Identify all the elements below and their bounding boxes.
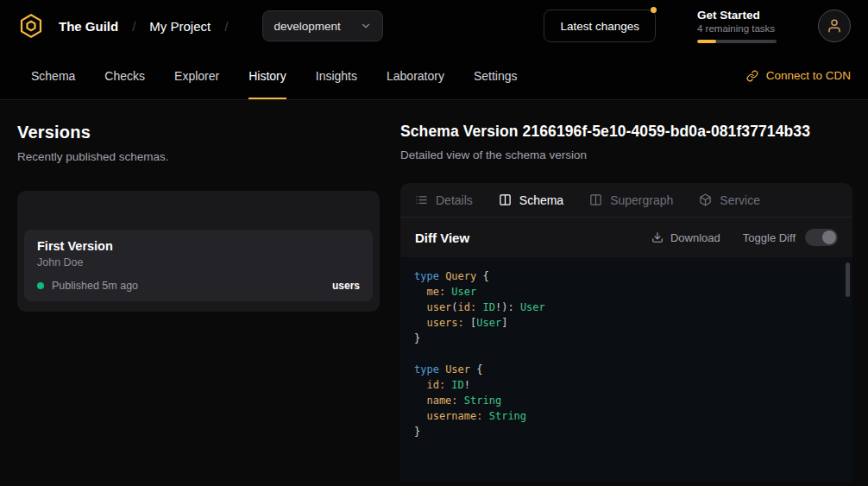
nav-tab-settings[interactable]: Settings (474, 52, 518, 99)
columns-icon (589, 193, 602, 206)
notification-dot (651, 7, 657, 13)
link-icon (746, 70, 758, 82)
breadcrumb-org[interactable]: The Guild (59, 19, 118, 34)
user-icon (827, 18, 842, 34)
get-started-progressbar (697, 40, 777, 43)
detail-tab-label: Schema (519, 193, 563, 207)
download-button[interactable]: Download (651, 231, 720, 244)
nav-tab-insights[interactable]: Insights (316, 52, 357, 99)
versions-title: Versions (17, 123, 380, 142)
connect-cdn-label: Connect to CDN (766, 69, 851, 82)
versions-card: First Version John Doe Published 5m ago … (17, 191, 380, 312)
target-selector[interactable]: development (262, 10, 382, 41)
get-started-subtitle: 4 remaining tasks (697, 23, 777, 34)
hive-logo-icon[interactable] (17, 12, 45, 40)
nav-tab-laboratory[interactable]: Laboratory (387, 52, 444, 99)
version-detail-column: Schema Version 2166196f-5e10-4059-bd0a-0… (400, 123, 852, 483)
detail-tab-label: Details (436, 193, 473, 207)
nav-tab-history[interactable]: History (248, 52, 286, 99)
breadcrumb-project[interactable]: My Project (149, 19, 211, 34)
diff-toolbar: Diff View Download Toggle Diff (400, 218, 852, 257)
detail-tabbar: Details Schema Supergraph (400, 183, 852, 218)
box-icon (699, 193, 712, 206)
app-root: The Guild / My Project / development Lat… (0, 0, 868, 486)
main-content: Versions Recently published schemas. Fir… (0, 100, 868, 483)
get-started-title: Get Started (697, 9, 777, 22)
nav-tab-explorer[interactable]: Explorer (174, 52, 219, 99)
get-started-progress-fill (697, 40, 716, 43)
toggle-knob (822, 230, 836, 244)
published-status-dot (37, 282, 44, 289)
nav-tab-schema[interactable]: Schema (31, 52, 75, 99)
header: The Guild / My Project / development Lat… (0, 0, 868, 52)
diff-view-title: Diff View (415, 230, 469, 245)
detail-tab-service[interactable]: Service (699, 193, 760, 207)
nav-tab-checks[interactable]: Checks (104, 52, 145, 99)
main-nav: Schema Checks Explorer History Insights … (0, 52, 868, 100)
user-avatar[interactable] (818, 9, 851, 42)
version-author: John Doe (37, 256, 360, 268)
download-label: Download (670, 231, 720, 244)
connect-cdn-button[interactable]: Connect to CDN (746, 52, 851, 99)
download-icon (651, 231, 664, 243)
version-service-badge: users (332, 280, 360, 292)
version-detail-panel: Details Schema Supergraph (400, 183, 852, 483)
toggle-diff-label: Toggle Diff (743, 231, 796, 244)
get-started-widget[interactable]: Get Started 4 remaining tasks (697, 9, 777, 43)
toggle-diff-switch[interactable] (805, 229, 838, 246)
target-selector-value: development (274, 20, 340, 33)
scrollbar-thumb[interactable] (846, 262, 850, 297)
version-status: Published 5m ago (52, 280, 138, 292)
detail-tab-supergraph[interactable]: Supergraph (589, 193, 673, 207)
version-detail-subtitle: Detailed view of the schema version (400, 148, 852, 161)
detail-tab-details[interactable]: Details (415, 193, 473, 207)
breadcrumb-separator: / (224, 19, 228, 34)
list-icon (415, 193, 428, 206)
version-name: First Version (37, 239, 360, 253)
versions-subtitle: Recently published schemas. (17, 150, 380, 163)
chevron-down-icon (360, 20, 372, 32)
versions-column: Versions Recently published schemas. Fir… (17, 123, 380, 483)
detail-tab-label: Supergraph (610, 193, 673, 207)
code-lines: type Query { me: User user(id: ID!): Use… (414, 268, 839, 439)
version-list-item[interactable]: First Version John Doe Published 5m ago … (24, 230, 373, 301)
detail-tab-label: Service (720, 193, 760, 207)
latest-changes-button[interactable]: Latest changes (544, 9, 656, 42)
latest-changes-label: Latest changes (560, 20, 639, 33)
columns-icon (499, 193, 512, 206)
detail-tab-schema[interactable]: Schema (499, 193, 563, 207)
schema-code-block: type Query { me: User user(id: ID!): Use… (400, 257, 852, 483)
version-detail-title: Schema Version 2166196f-5e10-4059-bd0a-0… (400, 123, 852, 141)
breadcrumb-separator: / (132, 19, 135, 34)
